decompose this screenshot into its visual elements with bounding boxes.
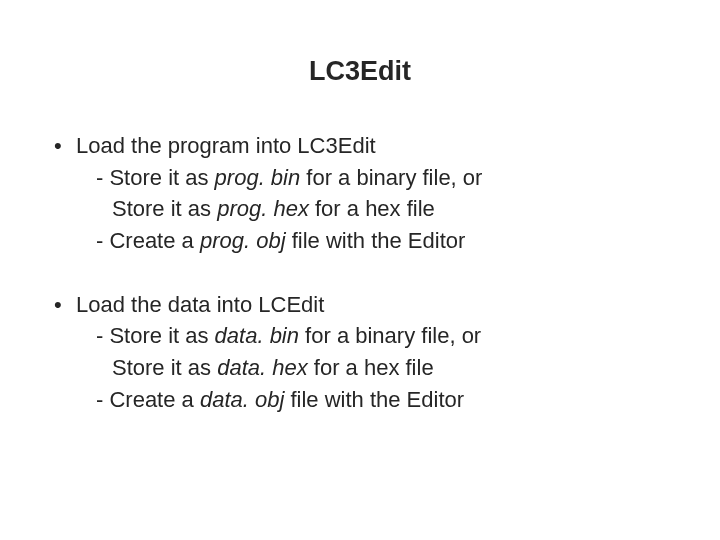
bullet-block-1: • Load the program into LC3Edit - Store … bbox=[54, 131, 666, 256]
bullet-sub-2b: Store it as data. hex for a hex file bbox=[54, 353, 666, 383]
bullet-sub-1c: - Create a prog. obj file with the Edito… bbox=[54, 226, 666, 256]
b2-s1-b: data. bin bbox=[215, 323, 299, 348]
bullet-dot-icon: • bbox=[54, 290, 76, 320]
b1-s2-a: - Create a bbox=[96, 228, 200, 253]
b1-s2-c: file with the Editor bbox=[286, 228, 466, 253]
b2-s2-c: file with the Editor bbox=[284, 387, 464, 412]
b1-s1-c: for a binary file, or bbox=[300, 165, 482, 190]
bullet-sub-1b: Store it as prog. hex for a hex file bbox=[54, 194, 666, 224]
b2-s1b-b: data. hex bbox=[217, 355, 308, 380]
bullet-dot-icon: • bbox=[54, 131, 76, 161]
slide: LC3Edit • Load the program into LC3Edit … bbox=[0, 0, 720, 540]
b2-s2-a: - Create a bbox=[96, 387, 200, 412]
bullet-main-2-text: Load the data into LCEdit bbox=[76, 290, 324, 320]
bullet-block-2: • Load the data into LCEdit - Store it a… bbox=[54, 290, 666, 415]
b2-s1-a: - Store it as bbox=[96, 323, 215, 348]
b1-s1b-c: for a hex file bbox=[309, 196, 435, 221]
bullet-sub-1a: - Store it as prog. bin for a binary fil… bbox=[54, 163, 666, 193]
b1-s1b-b: prog. hex bbox=[217, 196, 309, 221]
b2-s1-c: for a binary file, or bbox=[299, 323, 481, 348]
b1-s1-a: - Store it as bbox=[96, 165, 215, 190]
b2-s2-b: data. obj bbox=[200, 387, 284, 412]
bullet-main-1-text: Load the program into LC3Edit bbox=[76, 131, 376, 161]
b1-s1-b: prog. bin bbox=[215, 165, 301, 190]
b2-s1b-a: Store it as bbox=[112, 355, 217, 380]
b1-s1b-a: Store it as bbox=[112, 196, 217, 221]
bullet-sub-2a: - Store it as data. bin for a binary fil… bbox=[54, 321, 666, 351]
b1-s2-b: prog. obj bbox=[200, 228, 286, 253]
slide-title: LC3Edit bbox=[54, 56, 666, 87]
bullet-main-1: • Load the program into LC3Edit bbox=[54, 131, 666, 161]
bullet-sub-2c: - Create a data. obj file with the Edito… bbox=[54, 385, 666, 415]
b2-s1b-c: for a hex file bbox=[308, 355, 434, 380]
bullet-main-2: • Load the data into LCEdit bbox=[54, 290, 666, 320]
